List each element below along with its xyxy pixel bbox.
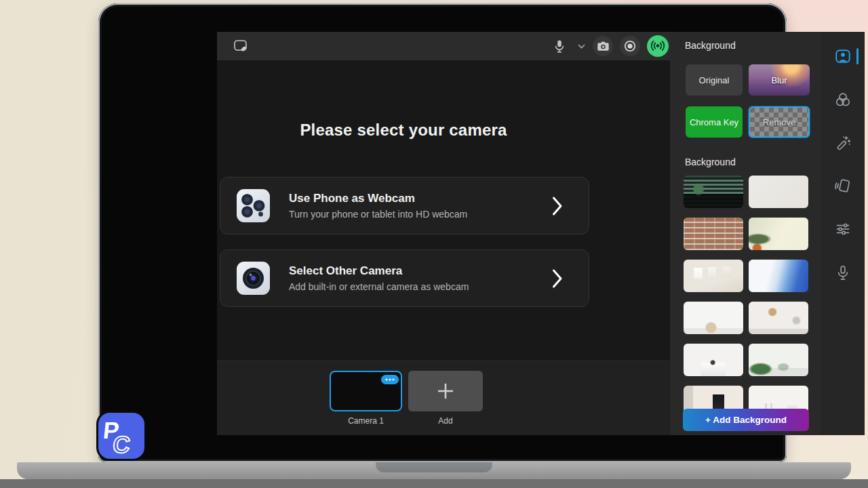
camera-more-options-icon[interactable]	[381, 375, 399, 384]
option-text: Select Other Camera Add built-in or exte…	[289, 264, 469, 292]
page-title: Please select your camera	[217, 121, 590, 140]
add-background-button[interactable]: + Add Background	[683, 409, 809, 431]
effects-wand-icon[interactable]	[833, 134, 852, 152]
chevron-right-icon	[552, 268, 563, 289]
camera-select-stage: Please select your camera	[217, 60, 670, 361]
main-column: Please select your camera	[217, 32, 670, 435]
chevron-right-icon	[552, 196, 563, 216]
mode-blur-button[interactable]: Blur	[749, 64, 810, 96]
desk-edge	[0, 479, 868, 488]
background-thumbnail[interactable]	[684, 176, 743, 208]
mode-remove-button[interactable]: Remove	[749, 106, 810, 138]
webcam-lens-icon	[237, 262, 270, 295]
background-thumbnail[interactable]	[684, 302, 743, 334]
laptop-base	[17, 462, 851, 479]
laptop-frame: Please select your camera	[98, 3, 787, 462]
camera-1-tile[interactable]	[330, 371, 402, 411]
toolbar-actions	[549, 35, 669, 57]
mode-original-button[interactable]: Original	[686, 64, 743, 96]
camera-snapshot-icon[interactable]	[593, 36, 613, 56]
select-other-camera-card[interactable]: Select Other Camera Add built-in or exte…	[220, 249, 589, 307]
virtual-camera-icon[interactable]	[231, 36, 251, 56]
plus-icon	[436, 382, 455, 401]
camera-1-label: Camera 1	[330, 416, 402, 426]
audio-mic-icon[interactable]	[833, 264, 852, 282]
laptop-lid-notch	[376, 462, 492, 472]
mic-chevron-down-icon[interactable]	[576, 36, 586, 56]
option-text: Use Phone as Webcam Turn your phone or t…	[289, 192, 467, 220]
logo-letter-c: C	[112, 431, 132, 457]
add-camera-label: Add	[408, 416, 483, 426]
pc-watermark-logo: P C	[96, 411, 146, 461]
phone-camera-icon	[237, 189, 270, 222]
background-thumbnail[interactable]	[749, 218, 808, 250]
filters-tab-icon[interactable]	[833, 90, 852, 108]
background-panel: Background Original Blur Chroma Key Remo…	[670, 32, 821, 435]
option-subtitle: Add built-in or external camera as webca…	[289, 281, 469, 292]
record-icon[interactable]	[620, 36, 640, 56]
top-toolbar	[217, 32, 670, 60]
option-title: Use Phone as Webcam	[289, 192, 467, 205]
use-phone-as-webcam-card[interactable]: Use Phone as Webcam Turn your phone or t…	[220, 177, 589, 235]
microphone-icon[interactable]	[549, 36, 570, 56]
option-title: Select Other Camera	[289, 264, 469, 278]
scenes-tab-icon[interactable]	[833, 176, 852, 195]
background-section-title: Background	[685, 157, 736, 167]
background-thumbnail[interactable]	[684, 260, 743, 292]
background-thumbnail-grid	[684, 176, 808, 418]
camera-thumbnail-strip: Camera 1 Add	[217, 361, 670, 435]
background-thumbnail[interactable]	[749, 344, 808, 376]
option-subtitle: Turn your phone or tablet into HD webcam	[289, 209, 467, 220]
active-tab-indicator	[856, 48, 859, 64]
background-panel-title: Background	[685, 40, 736, 51]
background-thumbnail[interactable]	[749, 176, 808, 208]
adjust-sliders-icon[interactable]	[833, 220, 852, 238]
go-live-icon[interactable]	[647, 35, 669, 57]
background-thumbnail[interactable]	[684, 218, 743, 250]
feature-rail	[821, 32, 865, 435]
webcam-app-window: Please select your camera	[217, 32, 865, 435]
background-mode-buttons: Original Blur Chroma Key Remove	[686, 64, 810, 138]
background-thumbnail[interactable]	[684, 344, 743, 376]
mode-chroma-key-button[interactable]: Chroma Key	[686, 106, 743, 138]
add-camera-tile[interactable]	[408, 371, 483, 411]
background-thumbnail[interactable]	[749, 260, 808, 292]
avatar-tab-icon[interactable]	[833, 47, 852, 65]
background-thumbnail[interactable]	[749, 302, 808, 334]
